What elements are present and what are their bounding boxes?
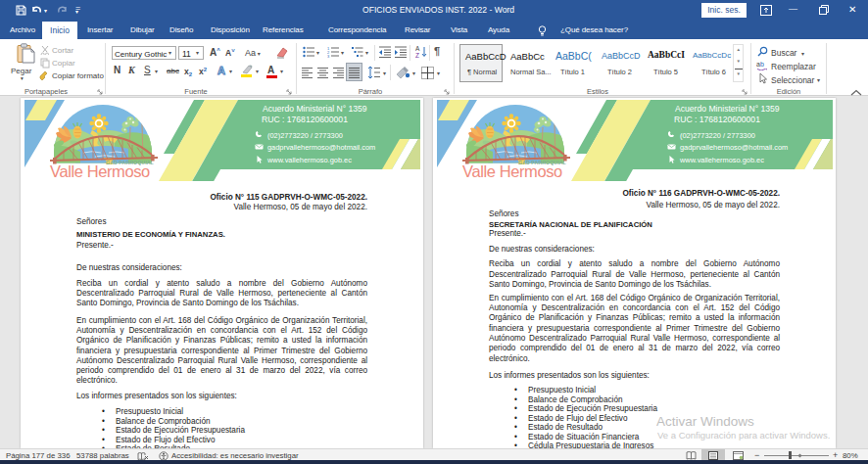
svg-text:Z: Z <box>415 52 419 59</box>
svg-text:b: b <box>760 61 764 68</box>
svg-text:3: 3 <box>327 54 330 59</box>
svg-text:A: A <box>415 45 420 52</box>
